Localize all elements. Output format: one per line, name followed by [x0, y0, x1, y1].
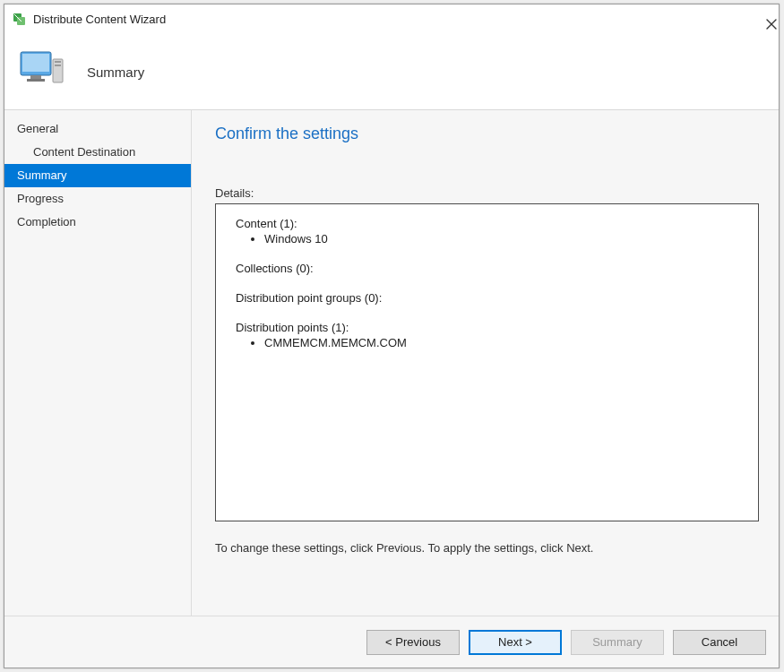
- titlebar: Distribute Content Wizard: [4, 4, 779, 34]
- sidebar-item-general[interactable]: General: [4, 117, 191, 141]
- details-section-title: Distribution points (1):: [236, 321, 742, 334]
- details-label: Details:: [215, 186, 759, 200]
- next-button[interactable]: Next >: [469, 630, 562, 655]
- cancel-button[interactable]: Cancel: [673, 630, 766, 655]
- details-section-list: CMMEMCM.MEMCM.COM: [236, 336, 742, 349]
- details-section-title: Content (1):: [236, 217, 742, 230]
- sidebar-item-content-destination[interactable]: Content Destination: [4, 141, 191, 164]
- sidebar-item-progress[interactable]: Progress: [4, 187, 191, 211]
- computer-monitor-icon: [17, 47, 67, 97]
- details-section-item: Windows 10: [264, 232, 742, 246]
- previous-button[interactable]: < Previous: [366, 630, 460, 655]
- sidebar-item-summary[interactable]: Summary: [4, 164, 191, 187]
- details-section-title: Distribution point groups (0):: [236, 291, 742, 305]
- wizard-footer: < Previous Next > Summary Cancel: [4, 616, 779, 668]
- details-section: Distribution point groups (0):: [236, 291, 742, 305]
- details-section: Content (1):Windows 10: [236, 217, 742, 246]
- details-section: Distribution points (1):CMMEMCM.MEMCM.CO…: [236, 321, 742, 349]
- details-section-title: Collections (0):: [236, 262, 742, 275]
- wizard-main: Confirm the settings Details: Content (1…: [191, 110, 779, 616]
- svg-rect-3: [22, 54, 49, 72]
- close-icon[interactable]: [761, 13, 771, 24]
- app-icon: [12, 12, 26, 26]
- svg-rect-5: [27, 79, 45, 82]
- details-section: Collections (0):: [236, 262, 742, 275]
- page-title: Summary: [87, 65, 144, 80]
- wizard-body: GeneralContent DestinationSummaryProgres…: [4, 110, 779, 616]
- svg-rect-4: [30, 75, 41, 79]
- details-section-item: CMMEMCM.MEMCM.COM: [264, 336, 742, 349]
- settings-hint: To change these settings, click Previous…: [215, 541, 759, 555]
- window-title: Distribute Content Wizard: [33, 13, 761, 26]
- wizard-sidebar: GeneralContent DestinationSummaryProgres…: [4, 110, 191, 616]
- sidebar-item-completion[interactable]: Completion: [4, 211, 191, 234]
- details-section-list: Windows 10: [236, 232, 742, 246]
- svg-rect-7: [55, 61, 61, 63]
- wizard-header: Summary: [4, 34, 779, 110]
- svg-rect-8: [55, 65, 61, 66]
- details-box[interactable]: Content (1):Windows 10Collections (0):Di…: [215, 203, 759, 521]
- wizard-window: Distribute Content Wizard Summary Genera…: [4, 4, 780, 668]
- main-heading: Confirm the settings: [215, 125, 759, 143]
- summary-button: Summary: [571, 630, 664, 655]
